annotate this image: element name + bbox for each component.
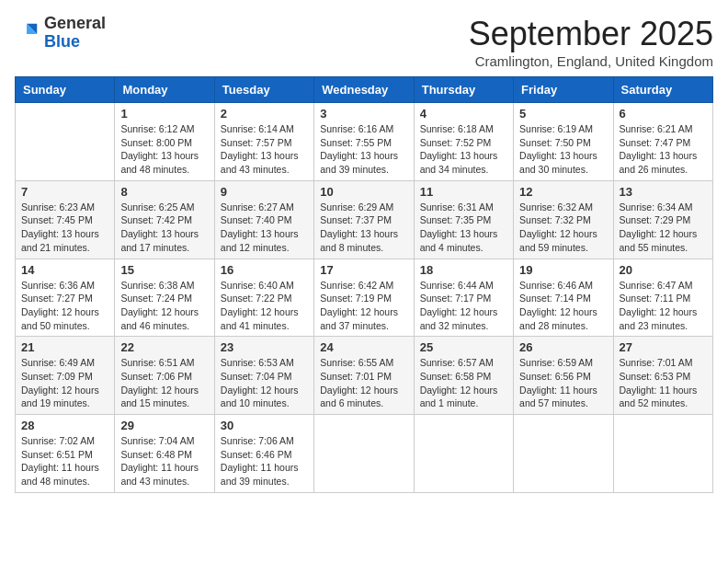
calendar-cell: 2Sunrise: 6:14 AM Sunset: 7:57 PM Daylig… [214,103,313,181]
day-number: 25 [420,340,507,354]
calendar-cell: 17Sunrise: 6:42 AM Sunset: 7:19 PM Dayli… [314,259,414,337]
page-header: General Blue September 2025 Cramlington,… [15,15,713,69]
calendar-week-4: 21Sunrise: 6:49 AM Sunset: 7:09 PM Dayli… [16,337,713,415]
calendar-header-row: SundayMondayTuesdayWednesdayThursdayFrid… [16,77,713,103]
header-saturday: Saturday [613,77,712,103]
day-number: 14 [21,263,108,277]
logo-general: General [44,14,106,32]
calendar-cell: 19Sunrise: 6:46 AM Sunset: 7:14 PM Dayli… [514,259,613,337]
day-info: Sunrise: 7:01 AM Sunset: 6:53 PM Dayligh… [620,356,707,410]
day-number: 11 [420,185,507,199]
day-info: Sunrise: 6:25 AM Sunset: 7:42 PM Dayligh… [120,201,208,255]
day-info: Sunrise: 6:49 AM Sunset: 7:09 PM Dayligh… [21,356,108,410]
logo: General Blue [15,15,106,52]
calendar-week-1: 1Sunrise: 6:12 AM Sunset: 8:00 PM Daylig… [16,103,713,181]
day-number: 30 [221,419,308,432]
header-wednesday: Wednesday [314,77,414,103]
day-number: 5 [519,107,607,121]
day-info: Sunrise: 6:47 AM Sunset: 7:11 PM Dayligh… [620,279,707,333]
calendar-cell: 8Sunrise: 6:25 AM Sunset: 7:42 PM Daylig… [115,180,214,259]
day-info: Sunrise: 6:12 AM Sunset: 8:00 PM Dayligh… [120,122,208,177]
header-tuesday: Tuesday [214,77,313,103]
header-monday: Monday [115,77,214,103]
day-number: 4 [420,107,507,121]
day-number: 15 [120,263,208,277]
day-number: 10 [320,185,407,199]
day-info: Sunrise: 6:46 AM Sunset: 7:14 PM Dayligh… [519,279,607,333]
calendar-cell: 13Sunrise: 6:34 AM Sunset: 7:29 PM Dayli… [613,180,712,259]
day-number: 9 [221,185,308,199]
day-number: 16 [221,263,308,277]
day-info: Sunrise: 6:38 AM Sunset: 7:24 PM Dayligh… [120,279,208,333]
day-number: 1 [120,107,208,121]
day-number: 17 [320,263,407,277]
day-info: Sunrise: 6:53 AM Sunset: 7:04 PM Dayligh… [221,356,308,410]
day-info: Sunrise: 7:04 AM Sunset: 6:48 PM Dayligh… [120,434,208,488]
calendar-cell: 23Sunrise: 6:53 AM Sunset: 7:04 PM Dayli… [214,337,313,415]
day-info: Sunrise: 6:16 AM Sunset: 7:55 PM Dayligh… [320,122,407,177]
calendar-cell: 29Sunrise: 7:04 AM Sunset: 6:48 PM Dayli… [115,415,214,493]
calendar-cell: 20Sunrise: 6:47 AM Sunset: 7:11 PM Dayli… [613,259,712,337]
day-info: Sunrise: 6:19 AM Sunset: 7:50 PM Dayligh… [519,122,607,177]
day-number: 13 [620,185,707,199]
day-info: Sunrise: 6:55 AM Sunset: 7:01 PM Dayligh… [320,356,407,410]
day-number: 24 [320,340,407,354]
calendar-cell: 12Sunrise: 6:32 AM Sunset: 7:32 PM Dayli… [514,180,613,259]
day-number: 19 [519,263,607,277]
day-number: 21 [21,340,108,354]
day-number: 2 [221,107,308,121]
day-info: Sunrise: 6:42 AM Sunset: 7:19 PM Dayligh… [320,279,407,333]
calendar-cell: 3Sunrise: 6:16 AM Sunset: 7:55 PM Daylig… [314,103,414,181]
calendar-table: SundayMondayTuesdayWednesdayThursdayFrid… [15,76,713,493]
calendar-cell [414,415,513,493]
day-info: Sunrise: 6:36 AM Sunset: 7:27 PM Dayligh… [21,279,108,333]
day-number: 28 [21,419,108,432]
day-info: Sunrise: 6:31 AM Sunset: 7:35 PM Dayligh… [420,201,507,255]
title-block: September 2025 Cramlington, England, Uni… [469,15,713,69]
day-info: Sunrise: 7:06 AM Sunset: 6:46 PM Dayligh… [221,434,308,488]
calendar-cell: 9Sunrise: 6:27 AM Sunset: 7:40 PM Daylig… [214,180,313,259]
day-info: Sunrise: 6:34 AM Sunset: 7:29 PM Dayligh… [620,201,707,255]
calendar-cell: 24Sunrise: 6:55 AM Sunset: 7:01 PM Dayli… [314,337,414,415]
calendar-week-2: 7Sunrise: 6:23 AM Sunset: 7:45 PM Daylig… [16,180,713,259]
day-info: Sunrise: 6:21 AM Sunset: 7:47 PM Dayligh… [620,122,707,177]
calendar-cell: 11Sunrise: 6:31 AM Sunset: 7:35 PM Dayli… [414,180,513,259]
day-info: Sunrise: 6:32 AM Sunset: 7:32 PM Dayligh… [519,201,607,255]
day-number: 29 [120,419,208,432]
day-info: Sunrise: 6:40 AM Sunset: 7:22 PM Dayligh… [221,279,308,333]
day-number: 6 [620,107,707,121]
day-info: Sunrise: 6:44 AM Sunset: 7:17 PM Dayligh… [420,279,507,333]
calendar-cell: 27Sunrise: 7:01 AM Sunset: 6:53 PM Dayli… [613,337,712,415]
day-number: 3 [320,107,407,121]
day-info: Sunrise: 6:23 AM Sunset: 7:45 PM Dayligh… [21,201,108,255]
day-number: 20 [620,263,707,277]
calendar-cell [613,415,712,493]
calendar-cell: 26Sunrise: 6:59 AM Sunset: 6:56 PM Dayli… [514,337,613,415]
day-number: 7 [21,185,108,199]
day-info: Sunrise: 6:27 AM Sunset: 7:40 PM Dayligh… [221,201,308,255]
day-info: Sunrise: 7:02 AM Sunset: 6:51 PM Dayligh… [21,434,108,488]
calendar-cell [514,415,613,493]
logo-blue: Blue [44,32,80,51]
calendar-cell [314,415,414,493]
calendar-cell: 18Sunrise: 6:44 AM Sunset: 7:17 PM Dayli… [414,259,513,337]
day-number: 18 [420,263,507,277]
day-info: Sunrise: 6:59 AM Sunset: 6:56 PM Dayligh… [519,356,607,410]
calendar-cell: 1Sunrise: 6:12 AM Sunset: 8:00 PM Daylig… [115,103,214,181]
calendar-cell: 28Sunrise: 7:02 AM Sunset: 6:51 PM Dayli… [16,415,115,493]
calendar-cell: 7Sunrise: 6:23 AM Sunset: 7:45 PM Daylig… [16,180,115,259]
calendar-week-5: 28Sunrise: 7:02 AM Sunset: 6:51 PM Dayli… [16,415,713,493]
calendar-cell: 30Sunrise: 7:06 AM Sunset: 6:46 PM Dayli… [214,415,313,493]
day-number: 23 [221,340,308,354]
calendar-week-3: 14Sunrise: 6:36 AM Sunset: 7:27 PM Dayli… [16,259,713,337]
day-number: 12 [519,185,607,199]
calendar-cell: 16Sunrise: 6:40 AM Sunset: 7:22 PM Dayli… [214,259,313,337]
day-info: Sunrise: 6:51 AM Sunset: 7:06 PM Dayligh… [120,356,208,410]
day-number: 8 [120,185,208,199]
calendar-cell: 14Sunrise: 6:36 AM Sunset: 7:27 PM Dayli… [16,259,115,337]
logo-text: General Blue [44,15,106,52]
day-number: 26 [519,340,607,354]
calendar-cell [16,103,115,181]
month-title: September 2025 [469,15,713,53]
day-info: Sunrise: 6:18 AM Sunset: 7:52 PM Dayligh… [420,122,507,177]
